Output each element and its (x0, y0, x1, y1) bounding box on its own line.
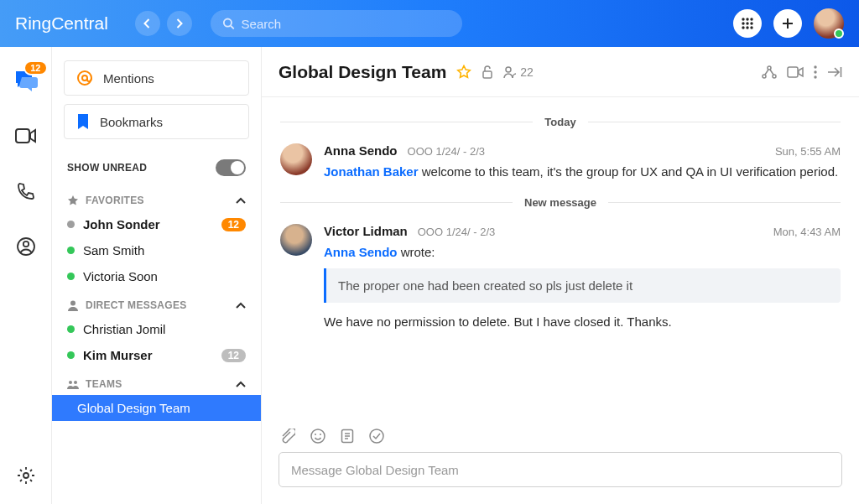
svg-point-28 (814, 75, 816, 78)
contact-name: Kim Murser (83, 348, 153, 362)
check-circle-icon (369, 429, 384, 444)
author-name[interactable]: Victor Lidman (324, 224, 408, 238)
presence-dot (67, 221, 75, 228)
svg-rect-11 (16, 129, 29, 143)
dialpad-button[interactable] (733, 9, 762, 38)
task-button[interactable] (369, 429, 384, 444)
svg-point-18 (69, 381, 72, 384)
svg-point-31 (315, 434, 316, 435)
svg-point-13 (23, 242, 28, 247)
bookmark-icon (76, 113, 90, 130)
more-options-button[interactable] (814, 65, 817, 79)
smile-icon (310, 429, 325, 444)
new-message-divider: New message (280, 196, 841, 209)
integrations-button[interactable] (762, 65, 777, 79)
favorite-star-button[interactable] (456, 65, 471, 80)
plus-icon (781, 17, 794, 30)
teams-label: TEAMS (86, 378, 122, 390)
dm-label: DIRECT MESSAGES (86, 299, 187, 311)
message: Victor Lidman OOO 1/24/ - 2/3 Mon, 4:43 … (280, 224, 841, 331)
favorite-item[interactable]: John Sonder 12 (52, 211, 261, 237)
collapse-panel-button[interactable] (827, 66, 842, 78)
rail-contacts[interactable] (13, 233, 39, 260)
svg-point-22 (768, 66, 771, 70)
team-name: Global Design Team (77, 401, 190, 415)
team-icon (67, 378, 79, 390)
section-header-teams[interactable]: TEAMS (52, 368, 261, 395)
section-header-dm[interactable]: DIRECT MESSAGES (52, 289, 261, 316)
contact-name: Sam Smith (83, 243, 144, 257)
svg-point-0 (224, 18, 232, 26)
nav-forward-button[interactable] (167, 11, 192, 36)
contact-name: Victoria Soon (83, 269, 158, 283)
video-icon (15, 128, 37, 143)
svg-point-27 (814, 70, 816, 73)
message-time: Mon, 4:43 AM (773, 226, 841, 238)
dialpad-icon (741, 17, 754, 30)
people-icon (503, 66, 517, 78)
attach-button[interactable] (280, 429, 295, 444)
emoji-button[interactable] (310, 429, 325, 444)
rail-phone[interactable] (13, 178, 39, 205)
chevron-up-icon (236, 381, 246, 387)
composer-input[interactable] (279, 452, 842, 487)
rail-settings[interactable] (13, 462, 39, 489)
star-outline-icon (456, 65, 471, 80)
chat-title: Global Design Team (279, 62, 446, 82)
svg-point-4 (750, 18, 752, 20)
dm-item[interactable]: Christian Jomil (52, 316, 261, 342)
team-item[interactable]: Global Design Team (52, 395, 261, 421)
person-icon (67, 299, 79, 311)
dm-item[interactable]: Kim Murser 12 (52, 342, 261, 368)
profile-avatar[interactable] (814, 8, 844, 39)
rail-messages[interactable]: 12 (13, 67, 39, 94)
brand-logo: RingCentral (15, 13, 108, 34)
person-circle-icon (16, 236, 36, 257)
message-body: Anna Sendo wrote: The proper one had bee… (324, 243, 841, 331)
privacy-button[interactable] (482, 65, 493, 79)
svg-point-30 (311, 429, 325, 443)
favorite-item[interactable]: Sam Smith (52, 237, 261, 263)
user-mention[interactable]: Anna Sendo (324, 245, 398, 259)
svg-point-9 (746, 26, 748, 29)
sidebar-mentions-label: Mentions (103, 71, 154, 86)
gear-icon (17, 466, 35, 485)
sidebar-tile-bookmarks[interactable]: Bookmarks (64, 104, 249, 139)
author-avatar[interactable] (280, 224, 312, 256)
svg-point-7 (750, 22, 752, 24)
svg-point-8 (742, 26, 744, 29)
nav-back-button[interactable] (135, 11, 160, 36)
section-header-favorites[interactable]: FAVORITES (52, 184, 261, 211)
author-name[interactable]: Anna Sendo (324, 143, 398, 158)
search-input[interactable] (242, 17, 450, 31)
more-vertical-icon (814, 65, 817, 79)
svg-rect-25 (788, 67, 798, 77)
date-divider-label: Today (544, 116, 575, 128)
quoted-message: The proper one had been created so pls j… (324, 268, 841, 304)
message-time: Sun, 5:55 AM (775, 145, 841, 158)
svg-point-19 (74, 381, 77, 384)
chat-scroll-area[interactable]: Today Anna Sendo OOO 1/24/ - 2/3 Sun, 5:… (262, 97, 859, 417)
sidebar-tile-mentions[interactable]: Mentions (64, 60, 249, 96)
start-video-button[interactable] (787, 66, 804, 78)
show-unread-label: SHOW UNREAD (67, 162, 147, 174)
new-message-label: New message (524, 196, 596, 209)
search-field-container[interactable] (211, 10, 462, 37)
members-button[interactable]: 22 (503, 65, 534, 79)
svg-point-26 (814, 65, 816, 68)
rail-video[interactable] (13, 122, 39, 149)
chat-header: Global Design Team 22 (262, 47, 859, 97)
favorite-item[interactable]: Victoria Soon (52, 263, 261, 289)
presence-dot (67, 247, 75, 254)
message-text: welcome to this team, it's the group for… (419, 164, 839, 179)
user-mention[interactable]: Jonathan Baker (324, 164, 419, 179)
search-icon (222, 17, 235, 30)
svg-line-1 (231, 26, 234, 29)
unread-badge: 12 (221, 218, 246, 231)
new-action-button[interactable] (773, 9, 802, 38)
svg-point-5 (742, 22, 744, 24)
note-button[interactable] (341, 429, 354, 444)
author-avatar[interactable] (280, 143, 312, 175)
show-unread-toggle[interactable] (216, 159, 246, 176)
message: Anna Sendo OOO 1/24/ - 2/3 Sun, 5:55 AM … (280, 143, 841, 181)
